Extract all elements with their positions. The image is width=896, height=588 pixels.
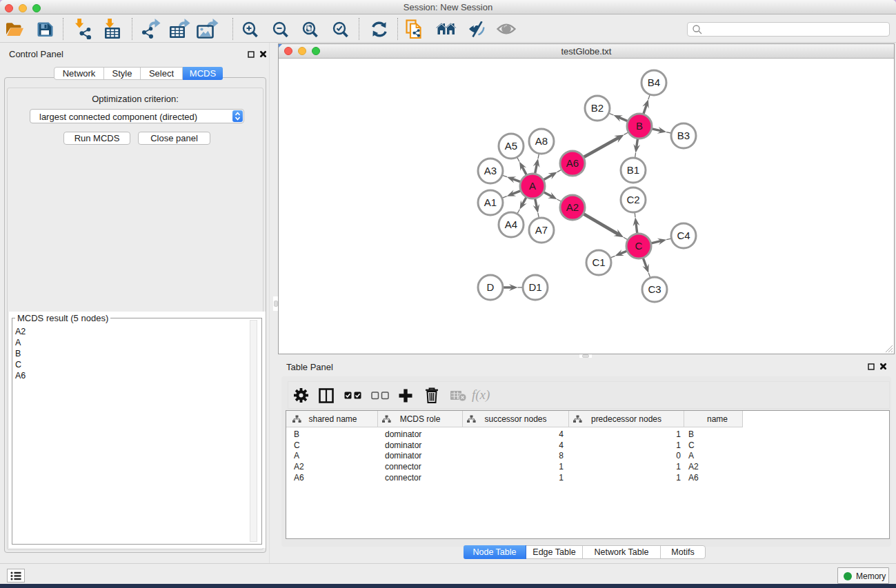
svg-text:D: D bbox=[487, 281, 495, 293]
svg-text:C: C bbox=[635, 240, 643, 252]
svg-text:A1: A1 bbox=[484, 196, 497, 208]
svg-text:A2: A2 bbox=[566, 201, 579, 213]
svg-text:C2: C2 bbox=[626, 194, 639, 205]
svg-text:B3: B3 bbox=[677, 130, 690, 141]
svg-text:A5: A5 bbox=[505, 140, 517, 152]
svg-text:A6: A6 bbox=[566, 157, 579, 169]
svg-text:B: B bbox=[636, 120, 643, 132]
svg-text:A4: A4 bbox=[505, 219, 517, 230]
svg-text:C1: C1 bbox=[592, 256, 605, 268]
svg-text:A: A bbox=[529, 180, 536, 192]
svg-text:B4: B4 bbox=[648, 77, 660, 88]
svg-text:A3: A3 bbox=[484, 165, 497, 176]
svg-text:B2: B2 bbox=[591, 102, 604, 114]
svg-text:D1: D1 bbox=[528, 281, 541, 293]
svg-text:C3: C3 bbox=[648, 283, 661, 295]
svg-text:B1: B1 bbox=[627, 164, 639, 176]
svg-text:A8: A8 bbox=[535, 135, 548, 147]
svg-text:A7: A7 bbox=[535, 224, 548, 236]
svg-text:C4: C4 bbox=[677, 230, 690, 241]
